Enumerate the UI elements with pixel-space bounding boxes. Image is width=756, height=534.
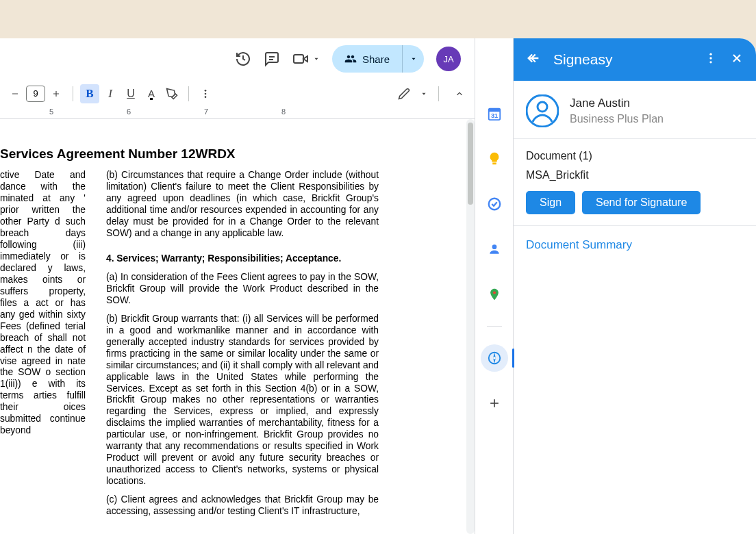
svg-marker-5 (412, 58, 415, 60)
bold-button[interactable]: B (80, 84, 99, 103)
document-scroll-area[interactable]: Services Agreement Number 12WRDX ctive D… (0, 119, 475, 534)
calendar-addon-icon[interactable]: 31 (481, 100, 508, 127)
top-toolbar: Share JA (0, 38, 475, 79)
people-icon (344, 53, 357, 65)
svg-point-27 (709, 57, 711, 59)
maps-addon-icon[interactable] (481, 281, 508, 308)
side-divider (487, 326, 502, 327)
signeasy-document-section: Document (1) MSA_Brickfit Sign Send for … (514, 139, 756, 226)
svg-rect-16 (492, 163, 496, 165)
more-options-icon[interactable] (704, 51, 718, 68)
caret-down-icon[interactable] (420, 90, 427, 97)
sign-button[interactable]: Sign (526, 191, 575, 214)
svg-rect-2 (294, 55, 303, 63)
ruler-mark: 8 (281, 107, 286, 116)
ruler-mark: 5 (49, 107, 53, 116)
share-dropdown[interactable] (402, 45, 424, 73)
user-avatar-icon (526, 94, 559, 127)
collapse-toolbar-button[interactable] (450, 84, 469, 103)
svg-point-9 (205, 90, 207, 92)
ruler-mark: 7 (204, 107, 208, 116)
underline-button[interactable]: U (121, 84, 140, 103)
svg-point-26 (709, 53, 711, 55)
side-panel-icons: 31 (475, 38, 513, 534)
user-plan: Business Plus Plan (570, 113, 664, 125)
document-name: MSA_Brickfit (526, 169, 744, 181)
user-name: Jane Austin (570, 97, 664, 110)
keep-addon-icon[interactable] (481, 145, 508, 173)
font-size-input[interactable] (26, 86, 45, 102)
doc-paragraph: (b) Circumstances that require a Change … (106, 170, 379, 240)
contacts-addon-icon[interactable] (481, 236, 508, 263)
font-size-increase[interactable] (47, 84, 66, 103)
doc-paragraph: (b) Brickfit Group warrants that: (i) al… (106, 314, 379, 488)
svg-point-10 (205, 92, 207, 94)
meet-button[interactable] (292, 51, 320, 67)
highlight-button[interactable] (162, 84, 181, 103)
signeasy-title: Signeasy (553, 51, 692, 68)
ruler-mark: 6 (127, 107, 131, 116)
svg-marker-12 (423, 92, 426, 94)
font-size-decrease[interactable] (5, 84, 25, 103)
vertical-scrollbar[interactable] (466, 119, 475, 534)
doc-section-heading: 4. Services; Warranty; Responsibilities;… (106, 253, 379, 265)
signeasy-user-info: Jane Austin Business Plus Plan (514, 81, 756, 139)
signeasy-addon-icon[interactable] (481, 344, 508, 372)
main-area: Share JA B I U A (0, 38, 475, 534)
app-container: Share JA B I U A (0, 38, 756, 534)
document-title: Services Agreement Number 12WRDX (0, 147, 379, 162)
edit-mode-button[interactable] (394, 84, 414, 103)
document-left-column: ctive Date and dance with the minated at… (0, 170, 86, 524)
toolbar-divider (188, 86, 189, 101)
svg-point-19 (492, 291, 495, 294)
svg-text:31: 31 (490, 112, 497, 119)
history-icon[interactable] (235, 51, 251, 67)
add-addon-icon[interactable] (481, 390, 508, 417)
svg-point-21 (493, 357, 496, 359)
italic-button[interactable]: I (101, 84, 120, 103)
caret-down-icon (410, 55, 417, 62)
doc-paragraph: (c) Client agrees and acknowledges that … (106, 494, 379, 518)
signeasy-panel: Signeasy Jane Austin Business Plus Plan … (513, 38, 756, 534)
document-page: Services Agreement Number 12WRDX ctive D… (0, 119, 393, 534)
share-button-group: Share (332, 45, 424, 73)
text-color-button[interactable]: A (142, 84, 161, 103)
ruler: 5 6 7 8 (0, 107, 475, 119)
document-summary-link[interactable]: Document Summary (526, 238, 632, 251)
share-button[interactable]: Share (332, 53, 402, 65)
scrollbar-thumb[interactable] (468, 123, 473, 205)
signeasy-actions: Sign Send for Signature (526, 191, 744, 214)
document-count: Document (1) (526, 150, 744, 162)
document-right-column: (b) Circumstances that require a Change … (106, 170, 379, 524)
caret-down-icon (313, 55, 320, 62)
more-format-button[interactable] (196, 84, 215, 103)
svg-point-11 (205, 96, 207, 98)
signeasy-header: Signeasy (514, 38, 756, 81)
svg-point-28 (709, 61, 711, 63)
comment-icon[interactable] (264, 51, 280, 67)
svg-rect-14 (488, 109, 500, 112)
send-signature-button[interactable]: Send for Signature (582, 191, 701, 214)
tasks-addon-icon[interactable] (481, 190, 508, 218)
share-label: Share (362, 53, 390, 65)
svg-point-18 (492, 244, 496, 249)
svg-marker-4 (314, 58, 318, 60)
back-icon[interactable] (526, 51, 541, 68)
toolbar-divider (73, 86, 73, 101)
toolbar-divider (438, 86, 439, 101)
format-toolbar: B I U A (0, 79, 475, 107)
close-icon[interactable] (730, 51, 744, 68)
doc-paragraph: (a) In consideration of the Fees Client … (106, 272, 379, 307)
signeasy-summary-section: Document Summary (514, 226, 756, 264)
account-avatar[interactable]: JA (436, 47, 461, 71)
